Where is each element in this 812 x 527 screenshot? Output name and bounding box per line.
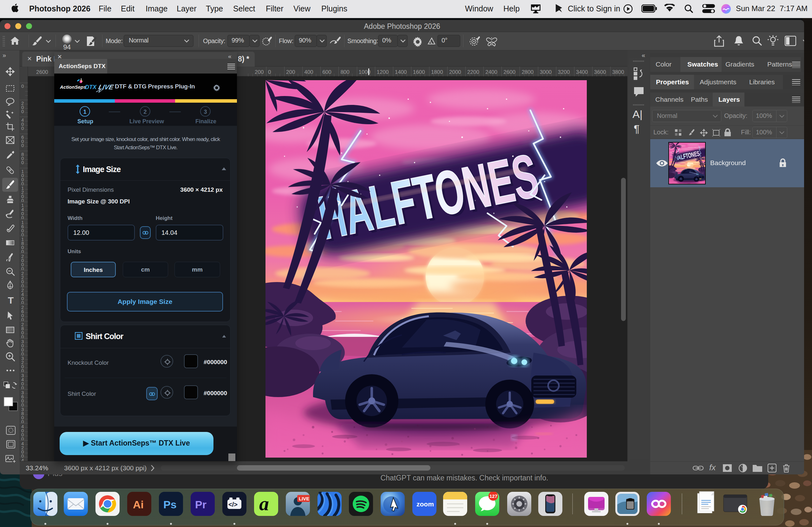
svg-text:zoom: zoom — [417, 500, 434, 508]
svg-text:Ps: Ps — [163, 498, 177, 511]
svg-text:LIVE: LIVE — [299, 496, 309, 501]
svg-text:ActionSeps: ActionSeps — [60, 84, 86, 90]
svg-text:a: a — [259, 493, 269, 514]
svg-text:</>: </> — [228, 501, 237, 508]
svg-text:DTX: DTX — [85, 84, 97, 90]
svg-text:Ai: Ai — [133, 498, 144, 511]
svg-text:127: 127 — [490, 493, 497, 499]
svg-text:Pr: Pr — [195, 498, 206, 511]
